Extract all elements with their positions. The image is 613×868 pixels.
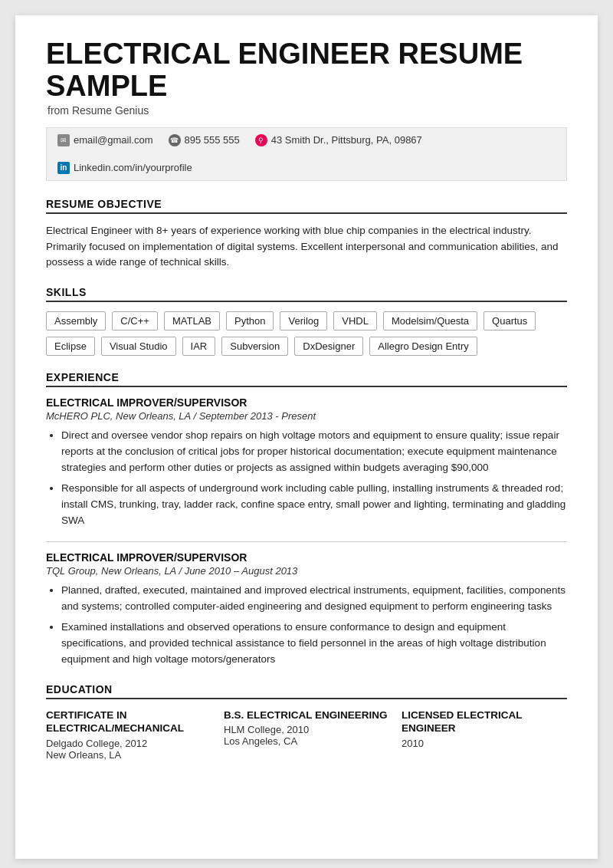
objective-section-title: RESUME OBJECTIVE (46, 198, 567, 214)
edu-location: New Orleans, LA (46, 749, 211, 761)
edu-degree: LICENSED ELECTRICAL ENGINEER (402, 709, 567, 735)
education-entry: CERTIFICATE IN ELECTRICAL/MECHANICALDelg… (46, 709, 211, 761)
skill-tag: MATLAB (164, 311, 220, 330)
education-entry: LICENSED ELECTRICAL ENGINEER2010 (402, 709, 567, 761)
resume-document: ELECTRICAL ENGINEER RESUME SAMPLE from R… (15, 15, 598, 859)
skill-tag: Subversion (221, 337, 288, 356)
job-bullet-item: Examined installations and observed oper… (61, 620, 567, 668)
job-bullets: Direct and oversee vendor shop repairs o… (46, 428, 567, 529)
email-icon: ✉ (57, 134, 70, 146)
phone-icon: ☎ (169, 134, 181, 146)
education-section: EDUCATION CERTIFICATE IN ELECTRICAL/MECH… (46, 683, 567, 761)
location-icon: ⚲ (255, 134, 267, 146)
job-bullets: Planned, drafted, executed, maintained a… (46, 583, 567, 668)
job-title: ELECTRICAL IMPROVER/SUPERVISOR (46, 396, 567, 409)
resume-source: from Resume Genius (48, 104, 567, 117)
job-bullet-item: Direct and oversee vendor shop repairs o… (61, 428, 567, 476)
education-grid: CERTIFICATE IN ELECTRICAL/MECHANICALDelg… (46, 709, 567, 761)
skill-tag: Quartus (484, 311, 536, 330)
skill-tag: Assembly (46, 311, 106, 330)
edu-location: 2010 (402, 738, 567, 749)
skills-section: SKILLS AssemblyC/C++MATLABPythonVerilogV… (46, 286, 567, 356)
skill-tag: C/C++ (112, 311, 158, 330)
skill-tag: Allegro Design Entry (369, 337, 477, 356)
education-entry: B.S. ELECTRICAL ENGINEERINGHLM College, … (224, 709, 389, 761)
contact-phone: ☎ 895 555 555 (169, 134, 240, 146)
experience-section-title: EXPERIENCE (46, 371, 567, 387)
resume-title: ELECTRICAL ENGINEER RESUME SAMPLE (46, 38, 567, 103)
linkedin-icon: in (57, 162, 70, 174)
skill-tag: Python (226, 311, 274, 330)
job-title: ELECTRICAL IMPROVER/SUPERVISOR (46, 551, 567, 564)
job-bullet-item: Responsible for all aspects of undergrou… (61, 481, 567, 529)
skill-tag: DxDesigner (294, 337, 363, 356)
edu-degree: B.S. ELECTRICAL ENGINEERING (224, 709, 389, 722)
skills-section-title: SKILLS (46, 286, 567, 302)
edu-degree: CERTIFICATE IN ELECTRICAL/MECHANICAL (46, 709, 211, 735)
objective-section: RESUME OBJECTIVE Electrical Engineer wit… (46, 198, 567, 271)
experience-entry: ELECTRICAL IMPROVER/SUPERVISORTQL Group,… (46, 551, 567, 668)
skill-tag: Visual Studio (101, 337, 176, 356)
contact-email: ✉ email@gmail.com (57, 134, 153, 146)
skills-grid: AssemblyC/C++MATLABPythonVerilogVHDLMode… (46, 311, 567, 356)
skill-tag: VHDL (333, 311, 377, 330)
contact-linkedin: in Linkedin.com/in/yourprofile (57, 162, 192, 174)
edu-school: Delgado College, 2012 (46, 738, 211, 749)
skill-tag: Verilog (280, 311, 327, 330)
skill-tag: Eclipse (46, 337, 95, 356)
experience-section: EXPERIENCE ELECTRICAL IMPROVER/SUPERVISO… (46, 371, 567, 667)
contact-address: ⚲ 43 Smith Dr., Pittsburg, PA, 09867 (255, 134, 422, 146)
objective-text: Electrical Engineer with 8+ years of exp… (46, 223, 567, 271)
edu-school: HLM College, 2010 (224, 724, 389, 735)
skill-tag: IAR (182, 337, 216, 356)
job-bullet-item: Planned, drafted, executed, maintained a… (61, 583, 567, 615)
edu-location: Los Angeles, CA (224, 735, 389, 747)
contact-bar: ✉ email@gmail.com ☎ 895 555 555 ⚲ 43 Smi… (46, 127, 567, 181)
job-company: McHERO PLC, New Orleans, LA / September … (46, 410, 567, 422)
job-company: TQL Group, New Orleans, LA / June 2010 –… (46, 565, 567, 577)
experience-entry: ELECTRICAL IMPROVER/SUPERVISORMcHERO PLC… (46, 396, 567, 529)
education-section-title: EDUCATION (46, 683, 567, 699)
skill-tag: Modelsim/Questa (383, 311, 477, 330)
